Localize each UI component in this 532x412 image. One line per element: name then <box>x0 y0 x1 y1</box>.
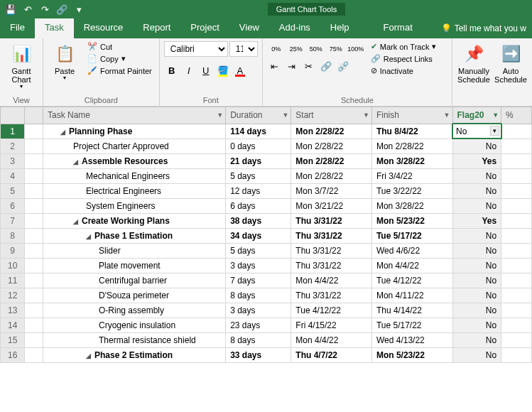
duration-cell[interactable]: 0 days <box>226 139 291 154</box>
finish-cell[interactable]: Tue 5/17/22 <box>371 229 452 244</box>
indicators-cell[interactable] <box>25 199 43 214</box>
duration-cell[interactable]: 7 days <box>226 273 291 288</box>
pct-25-button[interactable]: 25% <box>287 41 305 57</box>
finish-cell[interactable]: Mon 4/4/22 <box>371 259 452 273</box>
duration-cell[interactable]: 114 days <box>226 124 291 139</box>
pct-cell[interactable] <box>501 229 532 244</box>
start-cell[interactable]: Mon 3/21/22 <box>291 199 372 214</box>
task-name-cell[interactable]: System Engineers <box>43 199 226 214</box>
finish-cell[interactable]: Mon 2/28/22 <box>371 139 452 154</box>
row-number[interactable]: 3 <box>1 154 25 169</box>
flag20-cell[interactable]: No <box>452 348 501 363</box>
indicators-cell[interactable] <box>25 214 43 229</box>
tab-report[interactable]: Report <box>133 18 180 38</box>
duration-cell[interactable]: 5 days <box>226 244 291 259</box>
pct-cell[interactable] <box>501 139 532 154</box>
pct-cell[interactable] <box>501 154 532 169</box>
task-name-cell[interactable]: ◢Planning Phase <box>43 124 226 139</box>
start-cell[interactable]: Thu 3/31/22 <box>291 244 372 259</box>
row-number[interactable]: 2 <box>1 139 25 154</box>
chevron-down-icon[interactable]: ▼ <box>363 112 369 119</box>
indicators-cell[interactable] <box>25 154 43 169</box>
pct-50-button[interactable]: 50% <box>307 41 325 57</box>
redo-icon[interactable]: ↷ <box>38 3 51 16</box>
gantt-chart-button[interactable]: 📊 Gantt Chart ▾ <box>4 41 38 92</box>
col-finish[interactable]: Finish▼ <box>371 107 452 124</box>
finish-cell[interactable]: Mon 5/23/22 <box>371 214 452 229</box>
task-name-cell[interactable]: ◢Phase 1 Estimation <box>43 229 226 244</box>
indicators-cell[interactable] <box>25 318 43 333</box>
chevron-down-icon[interactable]: ▼ <box>444 112 450 119</box>
flag20-cell[interactable]: No <box>452 184 501 199</box>
link-tasks-button[interactable]: 🔗 <box>318 58 334 74</box>
task-name-cell[interactable]: D'Souza perimeter <box>43 288 226 303</box>
task-name-cell[interactable]: O-Ring assembly <box>43 303 226 318</box>
fill-color-button[interactable]: 🪣 <box>215 63 231 78</box>
save-icon[interactable]: 💾 <box>4 3 17 16</box>
table-row[interactable]: 4Mechanical Engineers5 daysMon 2/28/22Fr… <box>1 169 532 184</box>
flag20-cell[interactable]: Yes <box>452 154 501 169</box>
table-row[interactable]: 5Electrical Engineers12 daysMon 3/7/22Tu… <box>1 184 532 199</box>
finish-cell[interactable]: Mon 4/11/22 <box>371 288 452 303</box>
chevron-down-icon[interactable]: ▼ <box>217 112 223 119</box>
tab-project[interactable]: Project <box>180 18 229 38</box>
row-number[interactable]: 8 <box>1 229 25 244</box>
row-number[interactable]: 15 <box>1 333 25 348</box>
bold-button[interactable]: B <box>164 63 180 78</box>
pct-75-button[interactable]: 75% <box>327 41 345 57</box>
indicators-cell[interactable] <box>25 139 43 154</box>
task-name-cell[interactable]: Thermal resistance shield <box>43 333 226 348</box>
unlink-tasks-button[interactable]: ⛓️‍💥 <box>335 58 351 74</box>
copy-button[interactable]: 📄Copy ▾ <box>85 53 155 64</box>
flag20-cell[interactable]: No <box>452 124 501 139</box>
start-cell[interactable]: Mon 4/4/22 <box>291 273 372 288</box>
tab-addins[interactable]: Add-ins <box>269 18 320 38</box>
col-task-name[interactable]: Task Name▼ <box>43 107 226 124</box>
table-row[interactable]: 14Cryogenic insulation23 daysFri 4/15/22… <box>1 318 532 333</box>
start-cell[interactable]: Thu 3/31/22 <box>291 214 372 229</box>
duration-cell[interactable]: 6 days <box>226 199 291 214</box>
flag20-cell[interactable]: Yes <box>452 214 501 229</box>
start-cell[interactable]: Thu 3/31/22 <box>291 229 372 244</box>
start-cell[interactable]: Thu 3/31/22 <box>291 288 372 303</box>
task-name-cell[interactable]: Centrifugal barrier <box>43 273 226 288</box>
indicators-header[interactable] <box>25 107 43 124</box>
paste-button[interactable]: 📋 Paste ▾ <box>48 41 82 83</box>
flag20-cell[interactable]: No <box>452 169 501 184</box>
col-start[interactable]: Start▼ <box>291 107 372 124</box>
table-row[interactable]: 15Thermal resistance shield8 daysMon 4/4… <box>1 333 532 348</box>
pct-cell[interactable] <box>501 184 532 199</box>
duration-cell[interactable]: 12 days <box>226 184 291 199</box>
finish-cell[interactable]: Wed 4/6/22 <box>371 244 452 259</box>
row-number[interactable]: 7 <box>1 214 25 229</box>
pct-cell[interactable] <box>501 169 532 184</box>
indicators-cell[interactable] <box>25 273 43 288</box>
indicators-cell[interactable] <box>25 288 43 303</box>
pct-cell[interactable] <box>501 259 532 273</box>
collapse-icon[interactable]: ◢ <box>86 233 93 240</box>
indicators-cell[interactable] <box>25 348 43 363</box>
manually-schedule-button[interactable]: 📌 Manually Schedule <box>457 41 491 85</box>
flag20-cell[interactable]: No <box>452 318 501 333</box>
flag20-cell[interactable]: No <box>452 303 501 318</box>
tab-task[interactable]: Task <box>35 18 74 38</box>
auto-schedule-button[interactable]: ➡️ Auto Schedule <box>494 41 528 85</box>
indicators-cell[interactable] <box>25 124 43 139</box>
task-name-cell[interactable]: Project Charter Approved <box>43 139 226 154</box>
indent-button[interactable]: ⇥ <box>284 58 300 74</box>
task-name-cell[interactable]: ◢Assemble Resources <box>43 154 226 169</box>
task-name-cell[interactable]: Electrical Engineers <box>43 184 226 199</box>
finish-cell[interactable]: Thu 8/4/22 <box>371 124 452 139</box>
duration-cell[interactable]: 33 days <box>226 348 291 363</box>
inactivate-button[interactable]: ⊘Inactivate <box>368 65 440 76</box>
table-row[interactable]: 11Centrifugal barrier7 daysMon 4/4/22Tue… <box>1 273 532 288</box>
table-row[interactable]: 6System Engineers6 daysMon 3/21/22Mon 3/… <box>1 199 532 214</box>
duration-cell[interactable]: 8 days <box>226 333 291 348</box>
row-number[interactable]: 12 <box>1 288 25 303</box>
collapse-icon[interactable]: ◢ <box>73 158 80 166</box>
duration-cell[interactable]: 3 days <box>226 303 291 318</box>
tab-format[interactable]: Format <box>374 18 423 38</box>
start-cell[interactable]: Thu 4/7/22 <box>291 348 372 363</box>
finish-cell[interactable]: Fri 3/4/22 <box>371 169 452 184</box>
chevron-down-icon[interactable]: ▼ <box>492 112 499 119</box>
